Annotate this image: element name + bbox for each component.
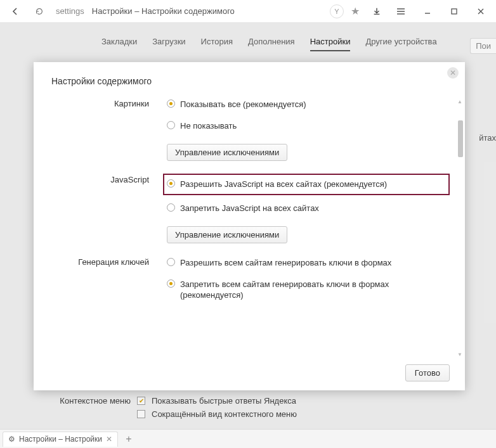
window-maximize-button[interactable]: [441, 3, 467, 20]
reload-button[interactable]: [29, 3, 49, 20]
scroll-thumb[interactable]: [458, 120, 463, 157]
content-settings-modal: ✕ Настройки содержимого Картинки Показыв…: [34, 62, 465, 390]
browser-tab-title: Настройки – Настройки: [19, 435, 102, 444]
browser-tab-active[interactable]: ⚙ Настройки – Настройки ✕: [3, 432, 118, 447]
modal-title: Настройки содержимого: [34, 62, 465, 98]
modal-footer: Готово: [34, 358, 465, 390]
section-images: Картинки Показывать все (рекомендуется) …: [34, 98, 450, 161]
window-close-button[interactable]: [468, 3, 493, 20]
images-manage-exceptions-button[interactable]: Управление исключениями: [167, 144, 287, 161]
bookmark-star-icon[interactable]: ★: [345, 3, 365, 20]
browser-tabstrip: ⚙ Настройки – Настройки ✕ +: [0, 429, 496, 448]
section-keygen-label: Генерация ключей: [34, 256, 167, 310]
radio-icon: [167, 203, 175, 212]
modal-scrollbar[interactable]: ▲ ▼: [456, 98, 464, 358]
back-button[interactable]: [3, 3, 28, 20]
browser-badge-icon[interactable]: Y: [330, 4, 344, 18]
modal-body: Картинки Показывать все (рекомендуется) …: [34, 98, 465, 358]
js-manage-exceptions-button[interactable]: Управление исключениями: [167, 226, 287, 243]
radio-icon: [167, 99, 175, 108]
downloads-button[interactable]: [367, 3, 387, 20]
address-bar[interactable]: settings Настройки – Настройки содержимо…: [51, 3, 329, 20]
radio-images-show-all[interactable]: Показывать все (рекомендуется): [167, 98, 450, 112]
modal-close-button[interactable]: ✕: [447, 67, 459, 79]
page-title-text: Настройки – Настройки содержимого: [92, 6, 235, 16]
section-keygen: Генерация ключей Разрешить всем сайтам г…: [34, 256, 450, 310]
svg-rect-0: [452, 9, 457, 14]
radio-keygen-allow[interactable]: Разрешить всем сайтам генерировать ключи…: [167, 256, 450, 270]
radio-icon: [167, 179, 175, 188]
scroll-down-icon[interactable]: ▼: [456, 350, 464, 358]
radio-icon: [167, 258, 175, 266]
radio-icon: [167, 279, 175, 288]
section-javascript-label: JavaScript: [34, 174, 167, 243]
radio-keygen-block[interactable]: Запретить всем сайтам генерировать ключи…: [167, 278, 450, 302]
new-tab-button[interactable]: +: [121, 432, 137, 446]
done-button[interactable]: Готово: [405, 364, 450, 381]
section-javascript: JavaScript Разрешить JavaScript на всех …: [34, 174, 450, 243]
section-images-label: Картинки: [34, 98, 167, 161]
menu-button[interactable]: [388, 3, 414, 20]
browser-titlebar: settings Настройки – Настройки содержимо…: [0, 0, 496, 23]
url-prefix: settings: [56, 6, 84, 16]
window-minimize-button[interactable]: [415, 3, 440, 20]
radio-js-allow[interactable]: Разрешить JavaScript на всех сайтах (рек…: [167, 177, 445, 191]
radio-icon: [167, 121, 175, 129]
gear-icon: ⚙: [8, 435, 15, 444]
highlighted-option: Разрешить JavaScript на всех сайтах (рек…: [163, 174, 450, 195]
scroll-up-icon[interactable]: ▲: [456, 98, 464, 105]
radio-js-block[interactable]: Запретить JavaScript на всех сайтах: [167, 202, 450, 215]
tab-close-icon[interactable]: ✕: [106, 435, 112, 444]
radio-images-hide[interactable]: Не показывать: [167, 119, 450, 133]
